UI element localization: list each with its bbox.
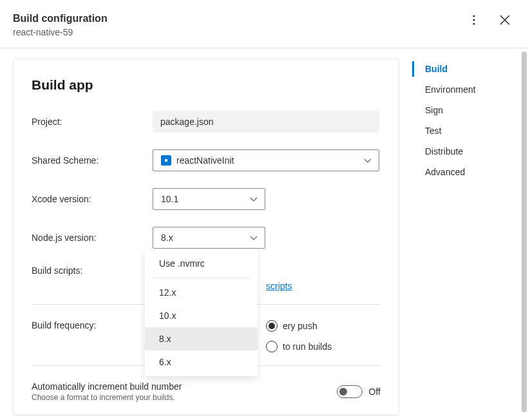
header-title-block: Build configuration react-native-59 (13, 13, 108, 37)
app-icon (161, 155, 171, 166)
dropdown-item-12x[interactable]: 12.x (145, 281, 258, 304)
frequency-radio-1[interactable]: to run builds (266, 341, 381, 352)
side-nav-item-advanced[interactable]: Advanced (412, 162, 528, 182)
radio-circle-icon (266, 320, 278, 332)
xcode-value: 10.1 (161, 194, 178, 204)
toggle-knob (339, 388, 347, 396)
close-icon (500, 15, 510, 27)
dropdown-item-8x[interactable]: 8.x (145, 327, 258, 350)
scripts-link[interactable]: scripts (266, 281, 292, 291)
frequency-radio-group: ery pushto run builds (266, 320, 381, 352)
node-row: Node.js version: 8.x (32, 227, 381, 249)
auto-increment-state: Off (369, 387, 381, 397)
project-control: package.json (153, 111, 381, 133)
auto-increment-row: Automatically increment build number Cho… (32, 381, 381, 402)
svg-point-1 (473, 19, 475, 21)
frequency-label: Build frequency: (32, 320, 153, 330)
dropdown-item-usenvmrc[interactable]: Use .nvmrc (145, 252, 258, 275)
svg-point-2 (473, 23, 475, 24)
node-value: 8.x (161, 233, 173, 243)
dropdown-divider (153, 278, 250, 278)
side-nav-item-distribute[interactable]: Distribute (412, 141, 528, 162)
side-nav-item-environment[interactable]: Environment (412, 79, 528, 100)
node-select[interactable]: 8.x (153, 227, 265, 249)
auto-increment-title: Automatically increment build number (32, 381, 182, 392)
project-row: Project: package.json (32, 111, 381, 133)
scrollbar[interactable] (522, 52, 527, 412)
auto-increment-toggle[interactable] (337, 385, 363, 398)
svg-point-0 (473, 15, 475, 17)
project-value: package.json (153, 111, 379, 133)
xcode-control: 10.1 (153, 188, 381, 210)
scheme-control: reactNativeInit (153, 149, 381, 171)
xcode-label: Xcode version: (32, 194, 153, 204)
dropdown-item-6x[interactable]: 6.x (145, 350, 258, 374)
side-nav-item-sign[interactable]: Sign (412, 100, 528, 120)
xcode-select[interactable]: 10.1 (153, 188, 265, 210)
scheme-label: Shared Scheme: (32, 155, 153, 166)
radio-label: ery push (283, 321, 317, 331)
radio-label: to run builds (283, 341, 332, 352)
node-label: Node.js version: (32, 233, 153, 243)
close-button[interactable] (497, 13, 513, 28)
project-label: Project: (32, 117, 153, 127)
side-nav: BuildEnvironmentSignTestDistributeAdvanc… (412, 48, 528, 417)
scripts-label: Build scripts: (32, 265, 153, 276)
more-button[interactable] (466, 13, 482, 28)
header-title: Build configuration (13, 13, 108, 24)
auto-increment-text: Automatically increment build number Cho… (32, 381, 182, 402)
radio-circle-icon (266, 341, 278, 352)
header-actions (466, 13, 513, 28)
node-control: 8.x (153, 227, 381, 249)
scheme-select[interactable]: reactNativeInit (153, 149, 379, 171)
scheme-row: Shared Scheme: reactNativeInit (32, 149, 381, 171)
header-subtitle: react-native-59 (13, 27, 108, 37)
side-nav-item-build[interactable]: Build (412, 59, 528, 79)
content-area: Build app Project: package.json Shared S… (0, 48, 528, 417)
node-dropdown-menu: Use .nvmrc12.x10.x8.x6.x (145, 249, 258, 376)
card-title: Build app (32, 77, 381, 93)
scheme-value: reactNativeInit (176, 155, 234, 166)
dropdown-item-10x[interactable]: 10.x (145, 304, 258, 327)
dialog-header: Build configuration react-native-59 (0, 0, 528, 48)
xcode-row: Xcode version: 10.1 (32, 188, 381, 210)
auto-increment-toggle-wrap: Off (337, 385, 381, 398)
more-vertical-icon (473, 15, 475, 27)
side-nav-item-test[interactable]: Test (412, 120, 528, 141)
frequency-radio-0[interactable]: ery push (266, 320, 381, 332)
auto-increment-desc: Choose a format to increment your builds… (32, 393, 182, 402)
